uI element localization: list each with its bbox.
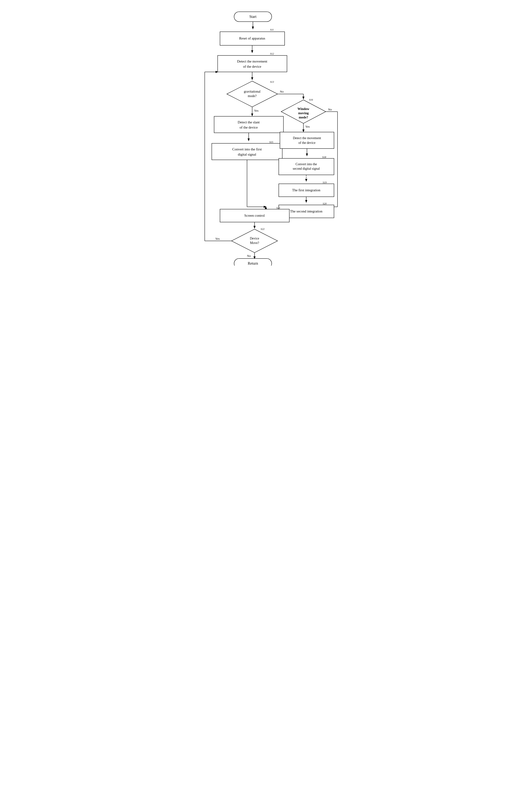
s22-no-label: No — [247, 254, 251, 258]
s22-yes-label: Yes — [215, 237, 220, 240]
step-s19-label: S19 — [323, 181, 327, 184]
s13-no-label: No — [280, 90, 284, 93]
s16-no-label: No — [328, 108, 332, 111]
s15-node — [212, 143, 282, 160]
step-s22-label: S22 — [261, 227, 265, 230]
s16-text3: mode? — [299, 116, 308, 119]
s18-text2: second digital signal — [293, 167, 320, 170]
s13-yes-label: Yes — [254, 109, 259, 112]
s11-text: Reset of apparatus — [239, 36, 265, 40]
s17-text2: of the device — [298, 141, 315, 144]
s22-text2: Move? — [250, 241, 259, 245]
s16-yes-label: Yes — [305, 125, 310, 128]
s14-text1: Detect the slant — [238, 120, 260, 124]
s13-node — [227, 81, 278, 107]
s18-node — [279, 158, 334, 175]
return-label: Return — [248, 261, 258, 265]
s18-text1: Convert into the — [296, 162, 317, 166]
s17-node — [280, 132, 334, 148]
s21-text: Screen control — [244, 214, 265, 217]
s19-text: The first integration — [292, 188, 320, 192]
start-label: Start — [249, 15, 256, 19]
s13-text2: mode? — [248, 94, 256, 98]
s22-text1: Device — [250, 237, 259, 240]
s12-text2: of the device — [243, 65, 261, 68]
s13-text1: gravitational — [244, 90, 260, 93]
s15-text2: digital signal — [238, 153, 256, 156]
step-s11-label: S11 — [270, 28, 274, 31]
s17-text1: Detect the movement — [293, 136, 321, 140]
s14-text2: of the device — [240, 125, 258, 129]
s15-text1: Convert into the first — [232, 147, 262, 151]
s14-node — [214, 116, 283, 133]
s16-text2: moving — [298, 111, 308, 115]
step-s18-label: S18 — [322, 156, 326, 158]
s16-text1: Window — [297, 107, 309, 111]
s12-node — [218, 56, 287, 72]
step-s16-label: S16 — [309, 98, 313, 101]
step-s12-label: S12 — [270, 52, 274, 55]
flowchart-svg: Start S11 Reset of apparatus S12 Detect … — [179, 9, 343, 266]
step-s21-label: S21 — [276, 206, 280, 209]
flowchart-container: Start S11 Reset of apparatus S12 Detect … — [179, 5, 343, 270]
s20-text: The second integration — [290, 209, 322, 213]
step-s15-label: S15 — [269, 141, 273, 143]
step-s20-label: S20 — [323, 202, 327, 205]
s12-text1: Detect the movement — [237, 59, 267, 63]
step-s13-label: S13 — [270, 80, 274, 83]
s22-node — [232, 229, 278, 252]
